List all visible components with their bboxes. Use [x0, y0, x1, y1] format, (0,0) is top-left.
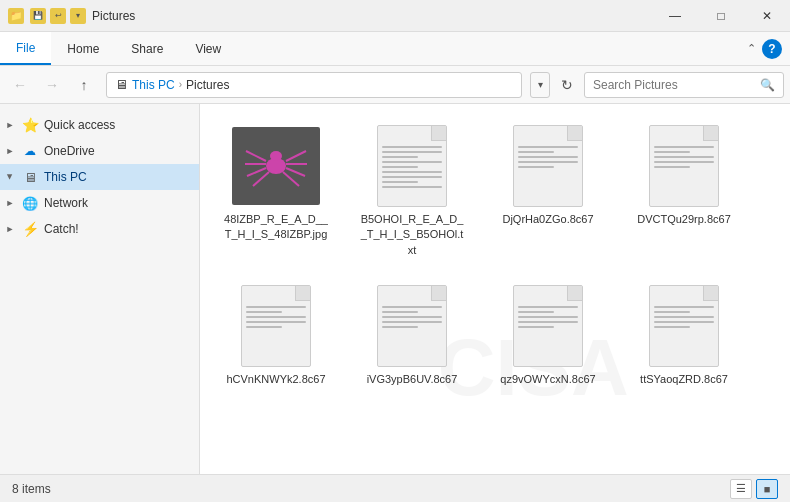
tab-file[interactable]: File [0, 32, 51, 65]
file-thumbnail-txt [367, 126, 457, 206]
doc-lines [518, 306, 578, 328]
sidebar-item-catch[interactable]: ► ⚡ Catch! [0, 216, 199, 242]
minimize-button[interactable]: — [652, 0, 698, 32]
window-title: Pictures [92, 9, 135, 23]
search-input[interactable] [593, 78, 754, 92]
svg-point-1 [270, 151, 282, 161]
doc-line [382, 326, 418, 328]
back-button[interactable]: ← [6, 71, 34, 99]
doc-line [382, 171, 442, 173]
sidebar-item-quickaccess[interactable]: ► ⭐ Quick access [0, 112, 199, 138]
quick-save-icon[interactable]: 💾 [30, 8, 46, 24]
list-item[interactable]: ttSYaoqZRD.8c67 [624, 280, 744, 393]
chevron-quickaccess: ► [4, 119, 16, 131]
list-view-button[interactable]: ☰ [730, 479, 752, 499]
doc-line [518, 146, 578, 148]
file-name: 48IZBP_R_E_A_D__T_H_I_S_48IZBP.jpg [222, 212, 330, 243]
list-item[interactable]: B5OHOI_R_E_A_D__T_H_I_S_B5OHOl.txt [352, 120, 472, 264]
doc-line [518, 321, 578, 323]
chevron-onedrive: ► [4, 145, 16, 157]
file-thumbnail-5 [231, 286, 321, 366]
doc-line [382, 316, 442, 318]
list-item[interactable]: qz9vOWYcxN.8c67 [488, 280, 608, 393]
file-thumbnail-8 [639, 286, 729, 366]
svg-line-9 [283, 172, 299, 186]
file-name: DVCTQu29rp.8c67 [637, 212, 731, 227]
doc-line [382, 146, 442, 148]
doc-preview [377, 285, 447, 367]
doc-lines [654, 146, 714, 168]
refresh-button[interactable]: ↻ [554, 72, 580, 98]
nav-bar: ← → ↑ 🖥 This PC › Pictures ▾ ↻ 🔍 [0, 66, 790, 104]
doc-line [246, 316, 306, 318]
sidebar-item-thispc[interactable]: ► 🖥 This PC [0, 164, 199, 190]
svg-line-4 [247, 168, 266, 176]
network-icon: 🌐 [22, 195, 38, 211]
doc-lines [654, 306, 714, 328]
doc-line [382, 311, 418, 313]
doc-line [654, 306, 714, 308]
list-item[interactable]: DVCTQu29rp.8c67 [624, 120, 744, 264]
ribbon-collapse-btn[interactable]: ⌃ [741, 40, 762, 57]
ribbon: File Home Share View ⌃ ? [0, 32, 790, 66]
doc-lines [246, 306, 306, 328]
tab-share[interactable]: Share [115, 32, 179, 65]
list-item[interactable]: iVG3ypB6UV.8c67 [352, 280, 472, 393]
doc-line [518, 311, 554, 313]
sidebar-label-quickaccess: Quick access [44, 118, 115, 132]
list-item[interactable]: DjQrHa0ZGo.8c67 [488, 120, 608, 264]
doc-line [382, 306, 442, 308]
file-area: CISA [200, 104, 790, 474]
onedrive-icon: ☁ [22, 143, 38, 159]
doc-line [518, 161, 578, 163]
search-icon[interactable]: 🔍 [760, 78, 775, 92]
breadcrumb-icon: 🖥 [115, 77, 128, 92]
file-name: hCVnKNWYk2.8c67 [226, 372, 325, 387]
doc-line [518, 151, 554, 153]
svg-line-8 [286, 168, 305, 176]
list-item[interactable]: 48IZBP_R_E_A_D__T_H_I_S_48IZBP.jpg [216, 120, 336, 264]
sidebar-item-onedrive[interactable]: ► ☁ OneDrive [0, 138, 199, 164]
file-name: B5OHOI_R_E_A_D__T_H_I_S_B5OHOl.txt [358, 212, 466, 258]
chevron-thispc: ► [4, 171, 16, 183]
doc-line [246, 326, 282, 328]
tab-home[interactable]: Home [51, 32, 115, 65]
tab-view[interactable]: View [179, 32, 237, 65]
doc-line [246, 311, 282, 313]
doc-line [654, 146, 714, 148]
doc-line [382, 161, 442, 163]
folder-icon: 📁 [8, 8, 24, 24]
file-name: ttSYaoqZRD.8c67 [640, 372, 728, 387]
grid-view-button[interactable]: ■ [756, 479, 778, 499]
doc-lines [382, 306, 442, 328]
forward-button[interactable]: → [38, 71, 66, 99]
doc-preview [649, 285, 719, 367]
jpg-preview [232, 127, 320, 205]
sidebar-label-network: Network [44, 196, 88, 210]
doc-line [382, 321, 442, 323]
list-item[interactable]: hCVnKNWYk2.8c67 [216, 280, 336, 393]
doc-line [382, 176, 442, 178]
sidebar-item-network[interactable]: ► 🌐 Network [0, 190, 199, 216]
doc-line [518, 316, 578, 318]
quick-dropdown-icon[interactable]: ▾ [70, 8, 86, 24]
quick-undo-icon[interactable]: ↩ [50, 8, 66, 24]
sidebar-label-thispc: This PC [44, 170, 87, 184]
help-button[interactable]: ? [762, 39, 782, 59]
up-button[interactable]: ↑ [70, 71, 98, 99]
breadcrumb: 🖥 This PC › Pictures [106, 72, 522, 98]
doc-line [382, 151, 442, 153]
view-icons: ☰ ■ [730, 479, 778, 499]
close-button[interactable]: ✕ [744, 0, 790, 32]
file-name: qz9vOWYcxN.8c67 [500, 372, 595, 387]
doc-line [382, 181, 418, 183]
breadcrumb-dropdown[interactable]: ▾ [530, 72, 550, 98]
maximize-button[interactable]: □ [698, 0, 744, 32]
doc-line [654, 161, 714, 163]
main-area: ► ⭐ Quick access ► ☁ OneDrive ► 🖥 This P… [0, 104, 790, 474]
breadcrumb-thispc[interactable]: This PC [132, 78, 175, 92]
svg-line-2 [246, 151, 266, 161]
doc-preview [649, 125, 719, 207]
doc-line [382, 156, 418, 158]
doc-preview [377, 125, 447, 207]
